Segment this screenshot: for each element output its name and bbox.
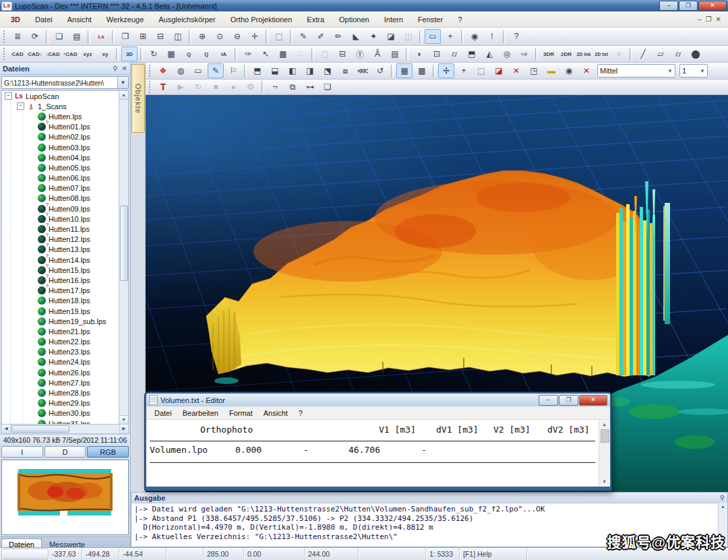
view-cube-left-button[interactable]: ◧ — [284, 63, 301, 78]
scrollbar-thumb[interactable] — [11, 425, 69, 433]
expand-icon[interactable] — [29, 237, 35, 243]
editor-close-button[interactable]: ✕ — [579, 395, 607, 406]
scale-ab-button[interactable]: ⊶ — [302, 80, 318, 94]
fill-button[interactable]: ◣ — [348, 29, 364, 44]
mdi-close-button[interactable]: ✕ — [716, 15, 721, 23]
tree-item[interactable]: Hutten03.lps — [2, 142, 128, 152]
view-cube-top-button[interactable]: ⬒ — [249, 63, 266, 78]
expand-icon[interactable] — [29, 226, 35, 232]
scrollbar-thumb[interactable] — [601, 429, 609, 443]
cad-point-export-button[interactable]: ↑CAD — [62, 46, 78, 61]
pan-button[interactable]: ✛ — [247, 29, 263, 44]
notes-button[interactable]: ▤ — [387, 46, 403, 61]
volumen-editor-window[interactable]: Volumen.txt - Editor ‒ ❐ ✕ DateiBearbeit… — [145, 392, 611, 491]
fit-cylinder-button[interactable]: ⌭ — [446, 46, 462, 61]
wand-button[interactable]: ✦ — [365, 29, 382, 44]
display-button[interactable]: ▭ — [190, 63, 206, 78]
menu-item[interactable]: Intern — [377, 13, 410, 26]
ortho-image-button[interactable]: ▦ — [163, 46, 179, 61]
tree-item[interactable]: Hutten15.lps — [2, 265, 128, 275]
hammer-tool-button[interactable]: T — [155, 80, 171, 94]
draw-plane-button[interactable]: ▱ — [653, 46, 669, 61]
expand-icon[interactable] — [29, 247, 35, 253]
tree-item[interactable]: Hutten13.lps — [2, 245, 128, 255]
channel-button[interactable]: RGB — [87, 446, 129, 458]
tree-vertical-scrollbar[interactable]: ▲ ▼ — [119, 91, 128, 424]
cad-button[interactable]: CAD — [9, 46, 26, 61]
tree-item[interactable]: Hutten30.lps — [2, 408, 128, 418]
pipette-button[interactable]: ✑ — [240, 46, 256, 61]
editor-menu-item[interactable]: ? — [293, 408, 308, 418]
flip-pages-button[interactable]: ⧉ — [284, 80, 301, 94]
tree-item[interactable]: − 1_Scans — [2, 101, 128, 111]
select-rect-button[interactable]: ⬚ — [473, 63, 489, 78]
menu-item[interactable]: 3D — [4, 13, 27, 26]
expand-icon[interactable] — [29, 328, 35, 334]
editor-maximize-button[interactable]: ❐ — [559, 395, 578, 406]
tile-horizontal-button[interactable]: ⊟ — [152, 29, 169, 44]
expand-icon[interactable] — [29, 308, 35, 314]
open-file-button[interactable]: ❏ — [51, 29, 67, 44]
highlight-button[interactable]: ✎ — [208, 63, 224, 78]
editor-menu-item[interactable]: Format — [224, 408, 258, 418]
expand-icon[interactable] — [29, 216, 35, 222]
orientation-button[interactable]: ↻ — [146, 46, 162, 61]
draw-cylinder-button[interactable]: ⌭ — [670, 46, 686, 61]
measure-3d-button[interactable]: 3DR — [541, 46, 557, 61]
hide-all-button[interactable]: ✕ — [578, 63, 595, 78]
layout-pages-button[interactable]: ❏ — [320, 80, 336, 94]
expand-icon[interactable] — [29, 410, 35, 416]
delete-selection-button[interactable]: ✕ — [508, 63, 524, 78]
channel-button[interactable]: I — [1, 446, 43, 458]
primitives-button[interactable]: ❖ — [155, 63, 171, 78]
tile-vertical-button[interactable]: ◫ — [170, 29, 186, 44]
expand-icon[interactable] — [29, 400, 35, 406]
visibility-button[interactable]: ◉ — [561, 63, 577, 78]
refresh-button[interactable]: ⟳ — [27, 29, 43, 44]
tree-item[interactable]: Hutten29.lps — [2, 398, 128, 408]
tree-item[interactable]: Hutten18.lps — [2, 296, 128, 306]
tree-item[interactable]: − LupoScan — [2, 91, 128, 101]
expand-icon[interactable] — [29, 390, 35, 396]
objects-panel-tab[interactable]: Objekte — [131, 64, 145, 133]
quality-1-button[interactable]: Q — [181, 46, 197, 61]
scroll-up-icon[interactable]: ▲ — [119, 91, 128, 100]
add-point-button[interactable]: + — [442, 29, 458, 44]
expand-icon[interactable] — [29, 379, 35, 385]
expand-icon[interactable] — [29, 349, 35, 355]
pen-mark-button[interactable]: ✏ — [330, 29, 346, 44]
pin-icon[interactable]: ⚲ — [720, 494, 725, 501]
cad-point-import-button[interactable]: ↓CAD — [44, 46, 61, 61]
tree-item[interactable]: Hutten26.lps — [2, 367, 128, 377]
zoom-in-button[interactable]: ⊕ — [194, 29, 210, 44]
editor-content[interactable]: OrthophotoV1 [m3]dV1 [m3]V2 [m3]dV2 [m3]… — [146, 420, 610, 487]
cad-xy-button[interactable]: xy — [97, 46, 113, 61]
help-button[interactable]: ? — [508, 29, 524, 44]
draw-line-button[interactable]: ╱ — [635, 46, 651, 61]
view-3d-button[interactable]: 3D — [121, 46, 138, 61]
menu-item[interactable]: Fenster — [411, 13, 450, 26]
tree-horizontal-scrollbar[interactable]: ◀ ▶ — [1, 425, 129, 434]
expand-icon[interactable] — [29, 144, 35, 150]
cad-import-button[interactable]: CAD↓ — [27, 46, 43, 61]
menu-item[interactable]: Ausgleichskörper — [152, 13, 222, 26]
tree-item[interactable]: Hutten09.lps — [2, 204, 128, 214]
tree-item[interactable]: Hutten19_sub.lps — [2, 316, 128, 326]
menu-item[interactable]: Ortho Projektionen — [224, 13, 299, 26]
tree-item[interactable]: Hutten19.lps — [2, 306, 128, 316]
expand-icon[interactable] — [29, 175, 35, 181]
split-view-button[interactable]: ⊟ — [334, 46, 351, 61]
mdi-minimize-button[interactable]: ‒ — [698, 15, 702, 23]
scan-preview-panel[interactable] — [1, 460, 129, 535]
scroll-right-icon[interactable]: ▶ — [119, 425, 128, 433]
view-prev-button[interactable]: ⋘ — [355, 63, 371, 78]
tree-item[interactable]: Hutten31.lps — [2, 418, 128, 425]
pen-line-button[interactable]: ✐ — [313, 29, 329, 44]
tile-windows-button[interactable]: ⊞ — [135, 29, 151, 44]
scroll-up-icon[interactable]: ▲ — [599, 421, 609, 429]
grid-perspective-button[interactable]: ▦ — [396, 63, 413, 78]
pin-icon[interactable]: ⚲ — [113, 65, 117, 72]
expand-icon[interactable] — [29, 369, 35, 375]
tree-item[interactable]: Hutten05.lps — [2, 162, 128, 173]
measure-2d-button[interactable]: 2DR — [558, 46, 574, 61]
